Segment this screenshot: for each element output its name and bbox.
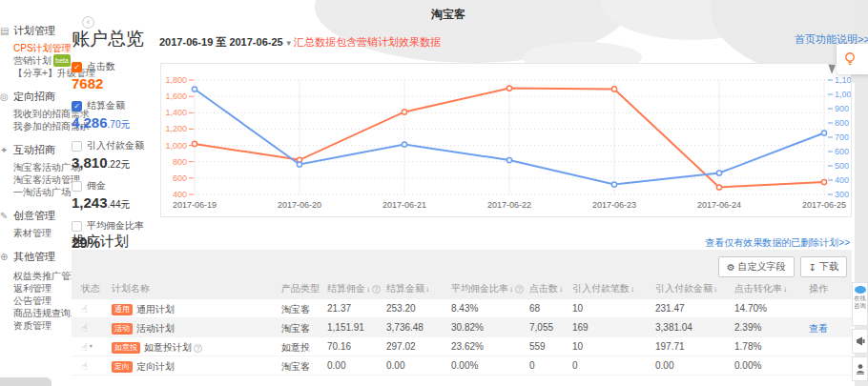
x-axis-label: 2017-06-24 bbox=[697, 200, 741, 210]
page: 淘宝客 ▤计划管理CPS计划管理营销计划beta【分享+】升级管理◎定向招商我收… bbox=[0, 0, 868, 386]
column-header[interactable]: 状态 bbox=[81, 282, 100, 295]
sidebar-item-label: 一淘活动广场 bbox=[13, 187, 71, 197]
sort-down-icon[interactable]: ↓ bbox=[509, 285, 513, 294]
column-header[interactable]: 平均佣金比率↓? bbox=[451, 282, 524, 295]
data-point bbox=[716, 185, 721, 190]
sidebar-collapse-button[interactable]: ‹ bbox=[82, 16, 94, 29]
left-axis-label: 1,600 bbox=[165, 91, 187, 101]
customize-fields-button[interactable]: ⚙自定义字段 bbox=[718, 256, 795, 277]
thumb-up-icon[interactable]: ☝ bbox=[81, 322, 88, 334]
table-row[interactable]: ☝活动活动计划淘宝客1,151.913,736.4830.82%7,055169… bbox=[72, 318, 852, 337]
consult-label-line2: 咨询 bbox=[854, 302, 867, 309]
status-caret-icon[interactable]: ▾ bbox=[90, 343, 93, 349]
column-header[interactable]: 点击转化率↓ bbox=[734, 282, 787, 295]
plan-name-cell: 定向定向计划 bbox=[112, 360, 175, 374]
online-consult-widget[interactable]: 在线 咨询 bbox=[852, 282, 868, 326]
column-header-label: 点击转化率 bbox=[734, 283, 782, 294]
pay-amount-cell: 0.00 bbox=[655, 360, 673, 371]
column-header-label: 操作 bbox=[809, 283, 828, 294]
plan-name-link[interactable]: 活动计划 bbox=[136, 323, 175, 334]
info-icon[interactable]: ? bbox=[194, 344, 202, 353]
contact-widget[interactable] bbox=[852, 356, 868, 381]
data-point bbox=[506, 86, 511, 91]
x-axis-label: 2017-06-22 bbox=[487, 200, 531, 210]
metric-value-int: 7682 bbox=[72, 75, 103, 91]
sidebar-item-label: CPS计划管理 bbox=[13, 43, 72, 53]
column-header[interactable]: 引入付款笔数↓ bbox=[572, 282, 634, 295]
table-toolbar: ⚙自定义字段 ↧下载 状态计划名称产品类型结算佣金↓?结算金额↓平均佣金比率↓?… bbox=[72, 250, 852, 299]
info-icon[interactable]: ? bbox=[515, 285, 524, 294]
sidebar-item-label: 返利管理 bbox=[13, 283, 52, 294]
table-header-row: 状态计划名称产品类型结算佣金↓?结算金额↓平均佣金比率↓?点击数↓引入付款笔数↓… bbox=[72, 282, 852, 294]
metric-checkbox[interactable] bbox=[72, 221, 82, 232]
plans-section-title: 推广计划 bbox=[72, 233, 129, 251]
metric-block: 引入付款金额3,810.22元 bbox=[72, 139, 159, 172]
plan-name-cell: 通用通用计划 bbox=[112, 303, 175, 316]
column-header[interactable]: 产品类型 bbox=[281, 282, 320, 295]
date-range-picker[interactable]: 2017-06-19 至 2017-06-25▼ bbox=[159, 35, 293, 50]
column-header[interactable]: 点击数↓ bbox=[529, 282, 563, 295]
metric-row: 平均佣金比率 bbox=[72, 219, 159, 233]
announcement-widget[interactable] bbox=[852, 329, 868, 354]
sort-down-icon[interactable]: ↓ bbox=[425, 285, 429, 294]
sort-down-icon[interactable]: ↓ bbox=[783, 285, 787, 294]
metric-checkbox[interactable]: ✓ bbox=[72, 101, 82, 112]
plan-name-link[interactable]: 如意投计划 bbox=[144, 342, 192, 353]
column-header[interactable]: 引入付款金额↓ bbox=[655, 282, 717, 295]
chat-icon bbox=[855, 286, 866, 294]
sort-down-icon[interactable]: ↓ bbox=[713, 285, 717, 294]
column-header[interactable]: 结算金额↓ bbox=[386, 282, 429, 295]
table-row[interactable]: ☝通用通用计划淘宝客21.37253.208.43%6810231.4714.7… bbox=[72, 299, 852, 318]
metric-checkbox[interactable] bbox=[72, 181, 82, 192]
thumb-up-icon[interactable]: ☝ bbox=[81, 303, 88, 315]
thumb-up-icon[interactable]: ☝ bbox=[81, 360, 88, 372]
app-title: 淘宝客 bbox=[431, 7, 465, 23]
info-icon[interactable]: ? bbox=[372, 285, 381, 294]
download-button[interactable]: ↧下载 bbox=[800, 256, 847, 277]
x-axis-label: 2017-06-19 bbox=[173, 200, 217, 210]
bottom-widget[interactable] bbox=[0, 377, 52, 386]
tip-popup[interactable] bbox=[837, 44, 868, 74]
cvr-cell: 2.39% bbox=[734, 322, 761, 333]
column-header[interactable]: 结算佣金↓? bbox=[327, 282, 381, 295]
avg-rate-cell: 0.00% bbox=[451, 360, 478, 371]
column-header[interactable]: 操作 bbox=[809, 282, 828, 295]
sort-down-icon[interactable]: ↓ bbox=[559, 285, 563, 294]
sort-down-icon[interactable]: ↓ bbox=[366, 285, 370, 294]
target-icon: ◎ bbox=[0, 91, 10, 102]
product-type-cell: 淘宝客 bbox=[281, 303, 310, 316]
plan-name-link[interactable]: 通用计划 bbox=[136, 304, 175, 315]
data-point bbox=[402, 110, 406, 114]
thumb-up-icon[interactable]: ☝ bbox=[81, 341, 88, 353]
x-axis-label: 2017-06-23 bbox=[592, 200, 636, 210]
badge-beta: beta bbox=[53, 54, 71, 67]
metric-checkbox[interactable] bbox=[72, 141, 82, 152]
table-row[interactable]: ☝定向定向计划淘宝客0.000.000.00%000.000.00% bbox=[72, 356, 852, 376]
settle-amount-cell: 297.02 bbox=[386, 341, 416, 352]
sort-down-icon[interactable]: ↓ bbox=[630, 285, 634, 294]
data-point bbox=[611, 87, 616, 91]
settle-amount-cell: 3,736.48 bbox=[386, 322, 424, 333]
metric-checkbox[interactable]: ✓ bbox=[72, 62, 82, 72]
product-type-cell: 如意投 bbox=[281, 341, 310, 355]
column-header[interactable]: 计划名称 bbox=[112, 282, 150, 295]
person-icon bbox=[855, 363, 866, 375]
cvr-cell: 0.00% bbox=[734, 360, 761, 371]
cvr-cell: 14.70% bbox=[734, 303, 767, 314]
cvr-cell: 1.78% bbox=[734, 341, 761, 352]
metric-value-dec: .44元 bbox=[108, 199, 131, 210]
clicks-cell: 7,055 bbox=[529, 322, 553, 333]
metric-value: 1,243.44元 bbox=[72, 194, 159, 212]
table-row[interactable]: ☝▾如意投如意投计划?如意投70.16297.0223.62%55910197.… bbox=[72, 337, 852, 356]
data-point bbox=[611, 182, 616, 187]
deleted-plans-link[interactable]: 查看仅有效果数据的已删除计划>> bbox=[705, 236, 850, 250]
view-link[interactable]: 查看 bbox=[809, 323, 828, 334]
settle-amount-cell: 253.20 bbox=[386, 303, 416, 314]
x-axis-label: 2017-06-25 bbox=[802, 200, 846, 210]
plus-circle-icon: ⊕ bbox=[0, 252, 10, 262]
product-type-cell: 淘宝客 bbox=[281, 360, 310, 374]
right-axis-label: 900 bbox=[835, 104, 849, 113]
clicks-cell: 559 bbox=[529, 341, 546, 352]
megaphone-icon bbox=[855, 335, 866, 347]
plan-name-link[interactable]: 定向计划 bbox=[136, 361, 175, 372]
